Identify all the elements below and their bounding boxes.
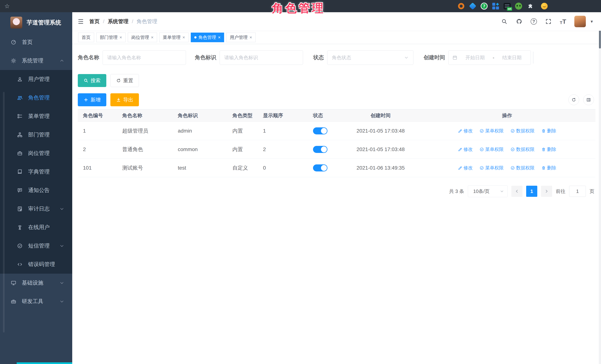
status-select[interactable]: 角色状态 [327,50,413,65]
close-icon[interactable]: × [151,35,153,40]
menu-permission-link[interactable]: 菜单权限 [480,165,504,171]
menu-permission-link[interactable]: 菜单权限 [480,128,504,134]
sidebar-item-label: 通知公告 [28,187,50,194]
sidebar-item-post-mgmt[interactable]: 岗位管理 [0,144,72,163]
role-key-label: 角色标识 [195,54,216,61]
tab-menu-mgmt[interactable]: 菜单管理 × [159,33,189,42]
search-button-row: 搜索 重置 [78,74,595,87]
data-permission-link[interactable]: 数据权限 [511,165,535,171]
prev-page-button[interactable] [511,186,522,197]
delete-link[interactable]: 删除 [541,128,556,134]
date-range-picker[interactable]: 开始日期 - 结束日期 [448,50,531,65]
chevron-down-icon [60,299,64,304]
chevron-right-icon [544,189,549,193]
status-select-placeholder: 角色状态 [332,54,351,61]
page-size-select[interactable]: 10条/页 [468,185,508,197]
table-row: 2 普通角色 common 内置 2 2021-01-05 17:03:48 修… [78,140,595,159]
extensions-puzzle-icon[interactable] [526,2,534,10]
delete-link[interactable]: 删除 [541,146,556,152]
close-icon[interactable]: × [218,35,220,40]
chevron-down-icon [404,55,409,60]
next-page-button[interactable] [541,186,552,197]
extension-icon-monkey[interactable] [515,2,522,10]
tab-user-mgmt[interactable]: 用户管理 × [226,33,256,42]
menu-list-icon [17,114,23,119]
role-status-toggle[interactable] [313,127,327,134]
data-permission-link[interactable]: 数据权限 [511,146,535,152]
sidebar-item-devtools[interactable]: 研发工具 [0,292,72,311]
dashboard-icon [11,39,16,45]
font-size-icon[interactable]: TT [560,18,566,25]
sidebar-item-home[interactable]: 首页 [0,33,72,51]
role-sort: 0 [263,165,313,171]
refresh-table-button[interactable] [568,94,579,105]
github-icon[interactable] [516,18,522,25]
sidebar-item-dept-mgmt[interactable]: 部门管理 [0,126,72,144]
sidebar-item-dict-mgmt[interactable]: 字典管理 [0,163,72,181]
edit-icon [458,147,462,152]
add-button[interactable]: 新增 [78,93,106,106]
sidebar-item-online-users[interactable]: 在线用户 [0,218,72,237]
extension-icon-green-7[interactable]: 7 [481,2,488,10]
sidebar-item-user-mgmt[interactable]: 用户管理 [0,70,72,89]
goto-page-input[interactable] [569,186,586,197]
sidebar-item-error-code[interactable]: 错误码管理 [0,255,72,274]
extension-icon-dark-on[interactable]: on [503,2,511,10]
sidebar-item-audit-log[interactable]: 审计日志 [0,200,72,218]
role-type: 内置 [232,127,263,134]
sidebar-item-notice[interactable]: 通知公告 [0,181,72,200]
column-header: 角色类型 [232,112,263,119]
delete-link[interactable]: 删除 [541,165,556,171]
chevron-up-icon [60,59,64,63]
close-icon[interactable]: × [182,35,185,40]
caret-down-icon[interactable]: ▾ [591,19,593,24]
breadcrumb-home[interactable]: 首页 [89,18,100,25]
extension-icon-gem[interactable] [469,2,476,10]
close-icon[interactable]: × [120,35,122,40]
sidebar-item-infra[interactable]: 基础设施 [0,274,72,292]
reset-button[interactable]: 重置 [110,74,139,87]
sidebar-item-sms-mgmt[interactable]: 短信管理 [0,237,72,255]
tab-dept-mgmt[interactable]: 部门管理 × [96,33,126,42]
export-button[interactable]: 导出 [110,93,139,106]
extension-icon-orange[interactable] [458,2,465,10]
role-key-input[interactable] [220,50,303,65]
user-icon [17,77,23,82]
sidebar-item-menu-mgmt[interactable]: 菜单管理 [0,107,72,126]
fullscreen-icon[interactable] [545,18,552,25]
menu-permission-link[interactable]: 菜单权限 [480,146,504,152]
column-settings-button[interactable] [583,94,594,105]
app-logo-row[interactable]: 芋道管理系统 [0,12,72,33]
role-name-input[interactable] [103,50,186,65]
role-status-toggle[interactable] [313,164,327,171]
data-permission-link[interactable]: 数据权限 [511,128,535,134]
edit-link[interactable]: 修改 [458,165,473,171]
search-button[interactable]: 搜索 [78,74,106,87]
tab-post-mgmt[interactable]: 岗位管理 × [128,33,157,42]
edit-link[interactable]: 修改 [458,128,473,134]
role-name-label: 角色名称 [78,54,99,61]
edit-link[interactable]: 修改 [458,146,473,152]
search-icon[interactable] [501,18,508,25]
sidebar-scrollbar[interactable] [3,92,5,333]
role-status-toggle[interactable] [313,146,327,153]
close-icon[interactable]: × [250,35,252,40]
page-number-button[interactable]: 1 [526,186,537,197]
sidebar-item-label: 错误码管理 [28,261,55,268]
extension-icon-grid[interactable] [492,2,499,10]
tab-label: 角色管理 [198,34,216,40]
help-icon[interactable]: ? [531,18,537,25]
user-avatar[interactable] [574,16,586,27]
role-key: test [178,165,232,171]
tab-role-mgmt[interactable]: 角色管理 × [191,33,224,42]
role-table: 角色编号 角色名称 角色标识 角色类型 显示顺序 状态 创建时间 操作 1 超级… [78,109,595,177]
sidebar-item-system[interactable]: 系统管理 [0,51,72,70]
page-scrollbar-track[interactable] [599,12,601,364]
sidebar-item-role-mgmt[interactable]: 角色管理 [0,89,72,107]
breadcrumb-system[interactable]: 系统管理 [108,18,129,25]
filter-form: 角色名称 角色标识 状态 角色状态 创建时间 开始日期 - 结束日期 [78,50,595,65]
tab-home[interactable]: 首页 [78,33,94,42]
page-unit-label: 页 [590,188,594,195]
hamburger-icon[interactable] [72,12,89,31]
table-row: 1 超级管理员 admin 内置 1 2021-01-05 17:03:48 修… [78,122,595,140]
